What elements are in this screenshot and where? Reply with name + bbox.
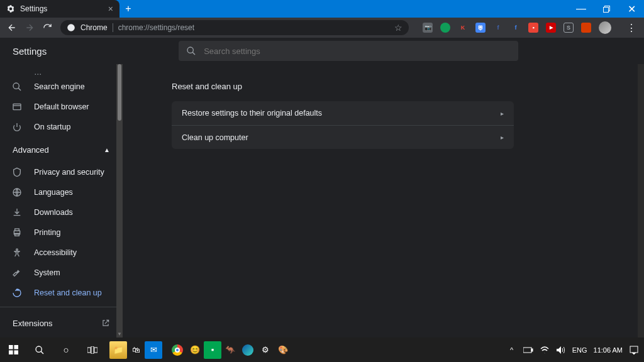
sidebar-item-default-browser[interactable]: Default browser	[0, 97, 123, 117]
sidebar-item-printing[interactable]: Printing	[0, 222, 123, 243]
window-icon	[11, 102, 23, 112]
back-button[interactable]	[5, 21, 19, 35]
minimize-button[interactable]: —	[569, 0, 594, 18]
taskbar-app[interactable]: 🦘	[221, 341, 239, 359]
sidebar-item-appearance[interactable]: …	[0, 64, 123, 77]
sidebar-item-system[interactable]: System	[0, 263, 123, 283]
extension-icon[interactable]: f	[493, 23, 503, 33]
taskbar-app[interactable]: 🎨	[274, 341, 292, 359]
sidebar-item-label: Default browser	[34, 102, 89, 111]
svg-rect-20	[531, 349, 533, 351]
settings-sidebar: … Search engine Default browser On start…	[0, 64, 123, 337]
sidebar-item-search-engine[interactable]: Search engine	[0, 77, 123, 97]
close-window-button[interactable]: ✕	[619, 0, 644, 18]
taskbar-app-explorer[interactable]: 📁	[109, 341, 127, 359]
sidebar-item-label: Privacy and security	[34, 168, 104, 177]
sidebar-item-downloads[interactable]: Downloads	[0, 202, 123, 222]
new-tab-button[interactable]: +	[119, 0, 137, 18]
extension-icon[interactable]: S	[564, 23, 574, 33]
cortana-button[interactable]: ○	[53, 337, 79, 362]
bookmark-star-icon[interactable]: ☆	[394, 23, 402, 33]
chevron-right-icon: ▸	[501, 110, 504, 117]
taskbar-app[interactable]: ▪	[204, 341, 221, 359]
search-input[interactable]	[204, 47, 511, 56]
settings-header: Settings	[0, 38, 644, 64]
extension-icon[interactable]: 📷	[423, 23, 433, 33]
settings-panel: Reset and clean up Restore settings to t…	[123, 64, 644, 337]
svg-point-3	[187, 47, 193, 53]
tab-title: Settings	[20, 4, 47, 13]
search-icon	[11, 82, 23, 92]
settings-card: Restore settings to their original defau…	[172, 101, 514, 149]
extension-icon[interactable]	[440, 23, 450, 33]
scrollbar-down-icon[interactable]: ▼	[116, 330, 123, 337]
omnibox-origin: Chrome	[80, 23, 113, 32]
close-tab-button[interactable]: ×	[108, 4, 113, 14]
reload-button[interactable]	[40, 21, 54, 35]
sidebar-advanced-toggle[interactable]: Advanced ▲	[0, 137, 123, 162]
forward-button[interactable]	[23, 21, 36, 35]
browser-tab[interactable]: Settings ×	[0, 0, 119, 18]
row-label: Clean up computer	[182, 133, 248, 142]
tray-chevron-icon[interactable]: ^	[507, 345, 517, 355]
sidebar-item-languages[interactable]: Languages	[0, 182, 123, 202]
svg-rect-11	[9, 345, 13, 349]
svg-rect-21	[630, 346, 638, 353]
extension-icon[interactable]	[581, 23, 591, 33]
chevron-up-icon: ▲	[104, 146, 110, 153]
extension-icon[interactable]: ⛨	[475, 23, 486, 33]
divider	[0, 307, 123, 307]
search-button[interactable]	[26, 337, 53, 362]
sidebar-item-reset[interactable]: Reset and clean up	[0, 283, 123, 303]
svg-point-2	[67, 24, 75, 31]
extension-icon[interactable]: f	[511, 23, 521, 33]
sidebar-scrollbar[interactable]: ▼	[116, 64, 123, 337]
tray-language[interactable]: ENG	[572, 346, 587, 354]
window-titlebar: Settings × + — ✕	[0, 0, 644, 18]
sidebar-item-label: Downloads	[34, 208, 73, 217]
battery-icon[interactable]	[523, 345, 533, 355]
taskbar-app-edge[interactable]	[239, 341, 257, 359]
volume-icon[interactable]	[556, 345, 566, 355]
settings-search[interactable]	[179, 41, 518, 61]
browser-menu-button[interactable]: ⋮	[626, 22, 636, 34]
taskbar-app[interactable]: 😊	[186, 341, 204, 359]
start-button[interactable]	[0, 337, 26, 362]
sidebar-item-label: Search engine	[34, 82, 85, 91]
row-cleanup-computer[interactable]: Clean up computer ▸	[172, 125, 514, 149]
maximize-button[interactable]	[594, 0, 619, 18]
task-view-button[interactable]	[79, 337, 106, 362]
download-icon	[11, 207, 23, 217]
row-restore-defaults[interactable]: Restore settings to their original defau…	[172, 101, 514, 125]
accessibility-icon	[11, 248, 23, 258]
panel-scrollbar[interactable]	[638, 64, 644, 337]
extension-icon[interactable]: ▪	[528, 23, 538, 33]
sidebar-link-extensions[interactable]: Extensions	[0, 311, 123, 335]
svg-rect-5	[13, 104, 21, 109]
gear-icon	[6, 4, 15, 13]
reset-icon	[11, 288, 23, 298]
extension-icon[interactable]: K	[458, 23, 468, 33]
sidebar-item-label: System	[34, 268, 60, 277]
extension-icon[interactable]: ▶	[546, 23, 556, 33]
svg-rect-17	[91, 346, 94, 354]
tray-clock[interactable]: 11:06 AM	[594, 346, 623, 354]
main-area: … Search engine Default browser On start…	[0, 64, 644, 337]
panel-title: Reset and clean up	[172, 82, 644, 91]
notifications-icon[interactable]	[629, 345, 639, 355]
omnibox[interactable]: Chrome chrome://settings/reset ☆	[60, 20, 409, 35]
taskbar-app-settings[interactable]: ⚙	[257, 341, 274, 359]
wrench-icon	[11, 268, 23, 278]
sidebar-item-on-startup[interactable]: On startup	[0, 117, 123, 137]
page-title: Settings	[13, 46, 47, 57]
sidebar-item-privacy[interactable]: Privacy and security	[0, 162, 123, 182]
taskbar-app-store[interactable]: 🛍	[127, 341, 145, 359]
sidebar-item-accessibility[interactable]: Accessibility	[0, 243, 123, 263]
address-bar: Chrome chrome://settings/reset ☆ 📷 K ⛨ f…	[0, 18, 644, 38]
taskbar-app-chrome[interactable]	[169, 341, 186, 359]
svg-rect-16	[87, 348, 91, 353]
sidebar-item-label: On startup	[34, 123, 70, 131]
profile-avatar[interactable]	[599, 21, 611, 34]
taskbar-app-mail[interactable]: ✉	[145, 341, 162, 359]
wifi-icon[interactable]	[540, 345, 550, 355]
